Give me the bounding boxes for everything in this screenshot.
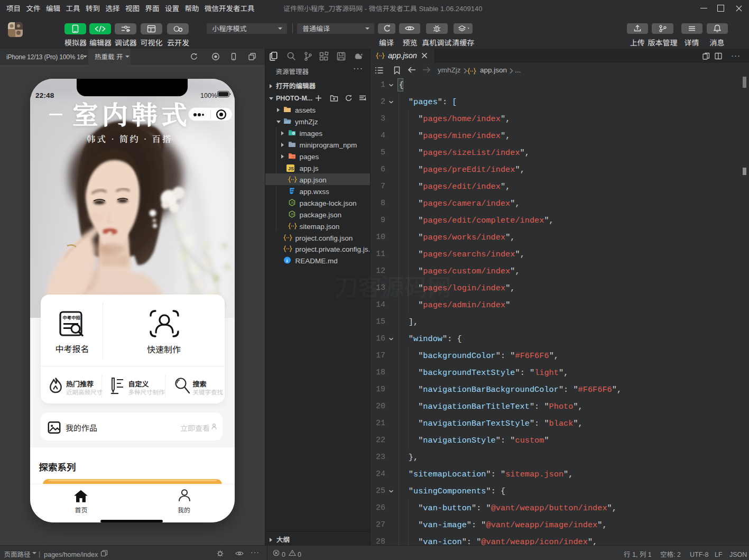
svg-text:JS: JS — [291, 201, 294, 204]
svg-text:JS: JS — [288, 166, 294, 171]
svg-text:中考中招: 中考中招 — [62, 314, 80, 320]
svg-text:JS: JS — [291, 213, 294, 216]
